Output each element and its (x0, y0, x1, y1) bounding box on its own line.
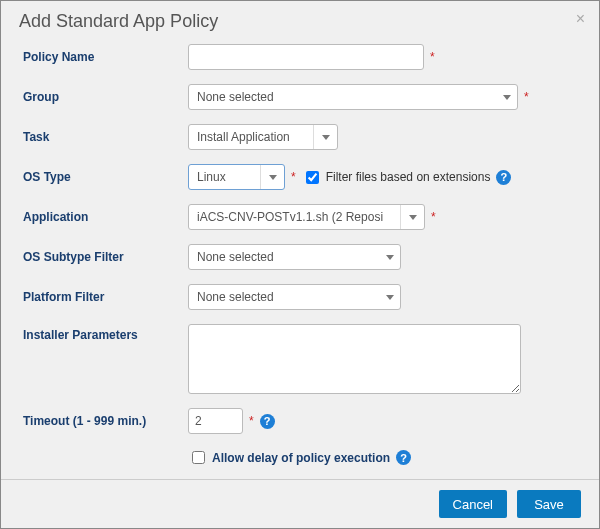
group-select-value: None selected (197, 90, 274, 104)
row-platform: Platform Filter None selected (23, 284, 577, 310)
required-mark: * (524, 90, 529, 104)
required-mark: * (249, 414, 254, 428)
chevron-down-icon (386, 255, 394, 260)
required-mark: * (431, 210, 436, 224)
allow-delay-checkbox[interactable] (192, 451, 205, 464)
application-select[interactable]: iACS-CNV-POSTv1.1.sh (2 Reposi (188, 204, 425, 230)
cancel-button[interactable]: Cancel (439, 490, 507, 518)
dialog-add-standard-app-policy: Add Standard App Policy × Policy Name * … (0, 0, 600, 529)
filter-extensions-checkbox-wrap[interactable]: Filter files based on extensions (302, 168, 491, 187)
label-timeout: Timeout (1 - 999 min.) (23, 414, 188, 428)
label-group: Group (23, 90, 188, 104)
row-allow-delay: Allow delay of policy execution ? (23, 448, 577, 467)
row-os-subtype: OS Subtype Filter None selected (23, 244, 577, 270)
policy-name-input[interactable] (188, 44, 424, 70)
dialog-body: Policy Name * Group None selected * Task (1, 40, 599, 479)
row-installer-params: Installer Parameters (23, 324, 577, 394)
os-type-value: Linux (197, 170, 226, 184)
application-value: iACS-CNV-POSTv1.1.sh (2 Reposi (197, 210, 383, 224)
dialog-footer: Cancel Save (1, 479, 599, 528)
allow-delay-label: Allow delay of policy execution (212, 451, 390, 465)
timeout-input[interactable] (188, 408, 243, 434)
chevron-down-icon (386, 295, 394, 300)
label-policy-name: Policy Name (23, 50, 188, 64)
os-type-select[interactable]: Linux (188, 164, 285, 190)
installer-params-textarea[interactable] (188, 324, 521, 394)
help-icon[interactable]: ? (496, 170, 511, 185)
chevron-down-icon (269, 175, 277, 180)
dialog-title: Add Standard App Policy (19, 11, 218, 32)
group-select[interactable]: None selected (188, 84, 518, 110)
os-subtype-value: None selected (197, 250, 274, 264)
task-select[interactable]: Install Application (188, 124, 338, 150)
label-task: Task (23, 130, 188, 144)
platform-value: None selected (197, 290, 274, 304)
label-application: Application (23, 210, 188, 224)
row-task: Task Install Application (23, 124, 577, 150)
os-subtype-select[interactable]: None selected (188, 244, 401, 270)
platform-select[interactable]: None selected (188, 284, 401, 310)
chevron-down-icon (409, 215, 417, 220)
required-mark: * (430, 50, 435, 64)
label-os-type: OS Type (23, 170, 188, 184)
label-platform: Platform Filter (23, 290, 188, 304)
required-mark: * (291, 170, 296, 184)
help-icon[interactable]: ? (396, 450, 411, 465)
save-button[interactable]: Save (517, 490, 581, 518)
label-installer-params: Installer Parameters (23, 324, 188, 342)
chevron-down-icon (503, 95, 511, 100)
label-os-subtype: OS Subtype Filter (23, 250, 188, 264)
help-icon[interactable]: ? (260, 414, 275, 429)
row-timeout: Timeout (1 - 999 min.) * ? (23, 408, 577, 434)
allow-delay-checkbox-wrap[interactable]: Allow delay of policy execution (188, 448, 390, 467)
task-select-value: Install Application (197, 130, 290, 144)
chevron-down-icon (322, 135, 330, 140)
row-application: Application iACS-CNV-POSTv1.1.sh (2 Repo… (23, 204, 577, 230)
close-icon[interactable]: × (576, 11, 585, 27)
filter-extensions-label: Filter files based on extensions (326, 170, 491, 184)
row-group: Group None selected * (23, 84, 577, 110)
dialog-header: Add Standard App Policy × (1, 1, 599, 40)
filter-extensions-checkbox[interactable] (306, 171, 319, 184)
row-policy-name: Policy Name * (23, 44, 577, 70)
row-os-type: OS Type Linux * Filter files based on ex… (23, 164, 577, 190)
